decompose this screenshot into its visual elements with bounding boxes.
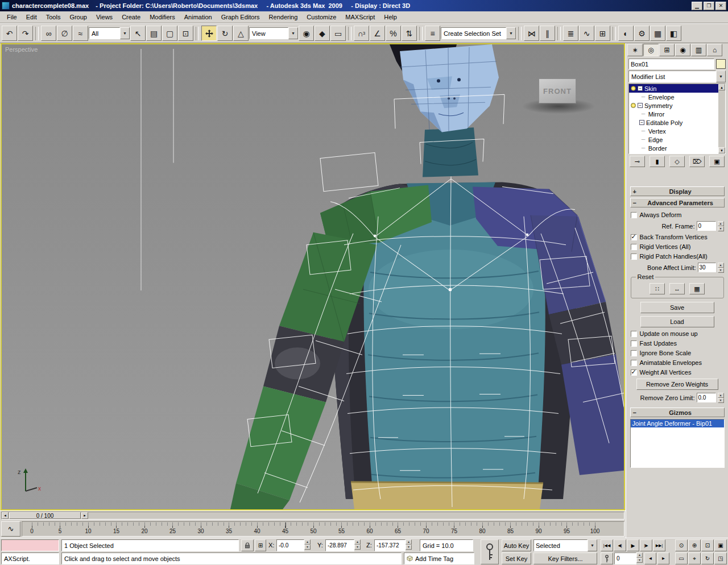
visibility-bulb-icon[interactable] bbox=[631, 103, 636, 108]
macro-recorder-field[interactable] bbox=[1, 539, 59, 551]
zoom-all-button[interactable]: ⊕ bbox=[688, 539, 701, 551]
go-to-start-button[interactable]: |◀◀ bbox=[601, 539, 613, 551]
maximize-button[interactable]: ❐ bbox=[704, 2, 714, 10]
collapse-icon[interactable]: − bbox=[639, 120, 644, 125]
unlink-selection-button[interactable]: ∅ bbox=[57, 26, 72, 41]
use-pivot-point-center-button[interactable]: ◉ bbox=[299, 26, 314, 41]
maxscript-listener-field[interactable]: AXScript. bbox=[1, 552, 59, 564]
selection-set-filter-dropdown[interactable]: Selected ▼ bbox=[533, 539, 597, 551]
remove-zero-limit-spinner[interactable]: ▲▼ bbox=[718, 393, 724, 402]
menu-item-group[interactable]: Group bbox=[65, 12, 92, 22]
menu-item-help[interactable]: Help bbox=[379, 12, 402, 22]
zoom-extents-button[interactable]: ⊡ bbox=[701, 539, 714, 551]
pan-button[interactable]: ⌖ bbox=[688, 552, 701, 564]
stack-item-mirror[interactable]: Mirror bbox=[629, 110, 718, 118]
curve-editor-button[interactable]: ∿ bbox=[579, 26, 594, 41]
checkbox-update-on-mouse-up[interactable]: Update on mouse up bbox=[631, 330, 724, 337]
selection-filter-dropdown[interactable]: All ▼ bbox=[89, 27, 130, 39]
menu-item-graph-editors[interactable]: Graph Editors bbox=[217, 12, 264, 22]
tab-utilities[interactable]: ⌂ bbox=[707, 44, 722, 56]
remove-modifier-button[interactable]: ⌦ bbox=[689, 156, 705, 167]
checkbox-weight-all-vertices[interactable]: Weight All Vertices bbox=[631, 369, 724, 376]
stack-item-symmetry[interactable]: − Symmetry bbox=[629, 101, 718, 110]
front-view-gizmo[interactable]: FRONT bbox=[523, 78, 594, 114]
dropdown-arrow-icon[interactable]: ▼ bbox=[716, 70, 726, 82]
load-button[interactable]: Load bbox=[640, 316, 714, 327]
zoom-extents-all-button[interactable]: ▣ bbox=[714, 539, 727, 551]
select-and-manipulate-button[interactable]: ◆ bbox=[315, 26, 330, 41]
y-spinner[interactable]: ▲▼ bbox=[354, 539, 361, 549]
y-coordinate-field[interactable]: -28.897 ▲▼ bbox=[325, 539, 361, 551]
remove-zero-weights-button[interactable]: Remove Zero Weights bbox=[636, 379, 718, 390]
zoom-button[interactable]: ⊙ bbox=[675, 539, 688, 551]
viewport[interactable]: Perspective FRONT z x bbox=[1, 43, 625, 510]
reset-selected-vertices-button[interactable]: ∷ bbox=[650, 283, 665, 294]
stack-item-editable-poly[interactable]: − Editable Poly bbox=[629, 118, 718, 127]
collapse-icon[interactable]: − bbox=[638, 86, 643, 91]
remove-zero-limit-field[interactable]: 0.0 bbox=[697, 393, 716, 402]
stack-item-vertex[interactable]: Vertex bbox=[629, 127, 718, 135]
min-max-toggle-button[interactable]: ◳ bbox=[714, 552, 727, 564]
material-editor-button[interactable]: ◐ bbox=[618, 26, 634, 41]
menu-item-customize[interactable]: Customize bbox=[302, 12, 341, 22]
collapse-icon[interactable]: − bbox=[638, 103, 643, 108]
time-slider-track[interactable]: ◂ 0 / 100 ▸ bbox=[1, 512, 624, 520]
menu-item-edit[interactable]: Edit bbox=[22, 12, 42, 22]
absolute-mode-toggle[interactable]: ⊞ bbox=[255, 539, 266, 551]
align-button[interactable]: ∥ bbox=[540, 26, 555, 41]
visibility-bulb-icon[interactable] bbox=[631, 86, 636, 91]
key-filters-button[interactable]: Key Filters... bbox=[533, 552, 597, 564]
edit-named-selection-sets-button[interactable]: ≡ bbox=[425, 26, 440, 41]
quick-render-button[interactable]: ◧ bbox=[666, 26, 681, 41]
layer-manager-button[interactable]: ≣ bbox=[563, 26, 578, 41]
percent-snap-toggle[interactable]: % bbox=[386, 26, 401, 41]
rendered-frame-window-button[interactable]: ▦ bbox=[650, 26, 665, 41]
set-key-button[interactable]: Set Key bbox=[502, 552, 531, 564]
add-time-tag-field[interactable]: Add Time Tag bbox=[404, 552, 474, 564]
rollout-advanced-parameters[interactable]: − Advanced Parameters bbox=[630, 198, 725, 207]
checkbox-animatable-envelopes[interactable]: Animatable Envelopes bbox=[631, 359, 724, 366]
checkbox-always-deform[interactable]: Always Deform bbox=[631, 211, 724, 218]
menu-item-file[interactable]: File bbox=[2, 12, 22, 22]
stack-item-envelope[interactable]: Envelope bbox=[629, 93, 718, 101]
select-by-name-button[interactable]: ▤ bbox=[146, 26, 162, 41]
menu-item-create[interactable]: Create bbox=[117, 12, 145, 22]
select-and-move-button[interactable] bbox=[201, 26, 217, 41]
menu-item-rendering[interactable]: Rendering bbox=[264, 12, 303, 22]
selection-lock-button[interactable] bbox=[241, 539, 254, 551]
menu-item-maxscript[interactable]: MAXScript bbox=[341, 12, 379, 22]
open-mini-curve-editor-button[interactable]: ∿ bbox=[1, 521, 20, 537]
set-keys-button[interactable] bbox=[481, 539, 499, 564]
render-setup-button[interactable]: ⚙ bbox=[634, 26, 650, 41]
close-button[interactable]: ✕ bbox=[715, 2, 726, 10]
named-selection-set-dropdown[interactable]: Create Selection Set ▼ bbox=[441, 27, 516, 39]
keyboard-shortcut-override-toggle[interactable]: ▭ bbox=[330, 26, 346, 41]
dropdown-arrow-icon[interactable]: ▼ bbox=[506, 27, 516, 39]
tab-motion[interactable]: ◉ bbox=[675, 44, 690, 56]
stack-item-border[interactable]: Border bbox=[629, 144, 718, 152]
select-and-link-button[interactable]: ∞ bbox=[41, 26, 56, 41]
reset-selected-bones-button[interactable]: ↔ bbox=[669, 283, 685, 294]
redo-button[interactable]: ↷ bbox=[18, 26, 33, 41]
ref-frame-field[interactable]: 0 bbox=[697, 221, 716, 231]
auto-key-button[interactable]: Auto Key bbox=[502, 539, 531, 551]
menu-item-views[interactable]: Views bbox=[92, 12, 117, 22]
dropdown-arrow-icon[interactable]: ▼ bbox=[588, 539, 597, 551]
gizmo-list-item[interactable]: Joint Angle Deformer - Bip01 bbox=[631, 419, 724, 427]
checkbox-rigid-patch-handles[interactable]: Rigid Patch Handles(All) bbox=[631, 253, 724, 260]
time-slider-handle[interactable]: 0 / 100 bbox=[9, 512, 81, 519]
select-and-rotate-button[interactable]: ↻ bbox=[217, 26, 233, 41]
save-button[interactable]: Save bbox=[640, 302, 714, 313]
spinner-snap-toggle[interactable]: ⇅ bbox=[402, 26, 417, 41]
next-frame-arrow[interactable]: ▸ bbox=[81, 512, 88, 519]
reference-coordinate-dropdown[interactable]: View ▼ bbox=[249, 27, 298, 39]
rollout-display[interactable]: + Display bbox=[630, 186, 725, 196]
stack-item-skin[interactable]: − Skin bbox=[629, 84, 718, 93]
tab-hierarchy[interactable]: ⊞ bbox=[659, 44, 675, 56]
stack-item-edge[interactable]: Edge bbox=[629, 135, 718, 144]
previous-frame-button[interactable]: ◀| bbox=[614, 539, 626, 551]
checkbox-fast-updates[interactable]: Fast Updates bbox=[631, 340, 724, 347]
rectangular-selection-region-button[interactable]: ▢ bbox=[162, 26, 177, 41]
trackbar-ruler[interactable]: 0510152025303540455055606570758085909510… bbox=[22, 521, 624, 537]
select-and-scale-button[interactable]: △ bbox=[233, 26, 249, 41]
